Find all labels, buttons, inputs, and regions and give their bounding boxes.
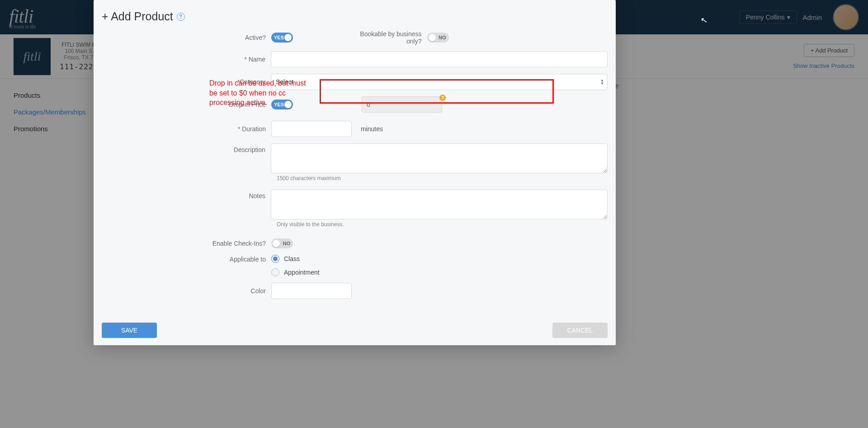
row-color: Color (102, 283, 608, 299)
color-input[interactable] (271, 283, 352, 299)
radio-appointment[interactable]: Appointment (271, 268, 320, 276)
toggle-checkins-text: NO (283, 241, 291, 246)
row-notes: Notes (102, 190, 608, 219)
row-applicable: Applicable to Class Appointment (102, 255, 608, 276)
radio-class-label: Class (284, 255, 300, 262)
label-notes: Notes (102, 190, 271, 200)
row-dropin: Drop-in Price YES ? (102, 96, 608, 113)
form-area: Active? YES Bookable by business only? N… (94, 30, 616, 299)
row-name: * Name (102, 51, 608, 67)
description-hint: 1500 characters maximum (277, 175, 608, 181)
label-active: Active? (102, 34, 271, 41)
dropin-price-input (362, 96, 442, 113)
label-bookable: Bookable by business only? (355, 30, 427, 45)
help-icon[interactable]: ? (177, 13, 185, 21)
cancel-button[interactable]: CANCEL (552, 323, 608, 338)
name-input[interactable] (271, 51, 608, 67)
duration-input[interactable] (271, 121, 352, 137)
modal-footer: SAVE CANCEL (94, 315, 616, 345)
add-product-modal: + Add Product ? Drop in can be used, but… (94, 0, 616, 345)
modal-title: + Add Product (102, 10, 173, 23)
toggle-knob (273, 240, 280, 247)
toggle-knob (429, 34, 436, 41)
notes-hint: Only visible to the business. (277, 221, 608, 228)
radio-appointment-label: Appointment (284, 269, 320, 276)
row-category: *Category Select ▲▼ (102, 74, 608, 90)
toggle-knob (284, 34, 292, 41)
modal-header: + Add Product ? (94, 0, 616, 30)
radio-class[interactable]: Class (271, 255, 320, 263)
label-applicable: Applicable to (102, 255, 271, 263)
radio-icon (271, 268, 279, 276)
row-active-bookable: Active? YES Bookable by business only? N… (102, 30, 608, 45)
row-checkins: Enable Check-Ins? NO (102, 238, 608, 248)
notes-input[interactable] (271, 190, 608, 219)
description-input[interactable] (271, 143, 608, 173)
toggle-active[interactable]: YES (271, 33, 293, 43)
label-duration: * Duration (102, 125, 271, 133)
toggle-checkins[interactable]: NO (271, 238, 293, 248)
toggle-bookable[interactable]: NO (427, 33, 449, 43)
row-description: Description (102, 143, 608, 173)
annotation-text: Drop in can be used, but must be set to … (209, 78, 313, 108)
row-duration: * Duration minutes (102, 121, 608, 137)
toggle-bookable-text: NO (439, 35, 446, 40)
toggle-active-text: YES (274, 35, 284, 40)
save-button[interactable]: SAVE (102, 323, 157, 338)
duration-unit: minutes (361, 125, 383, 133)
radio-icon (271, 255, 279, 263)
category-select[interactable]: Select (271, 74, 608, 90)
label-description: Description (102, 143, 271, 153)
label-color: Color (102, 287, 271, 295)
label-name: * Name (102, 56, 271, 63)
label-checkins: Enable Check-Ins? (102, 240, 271, 247)
warning-icon[interactable]: ? (439, 95, 446, 101)
